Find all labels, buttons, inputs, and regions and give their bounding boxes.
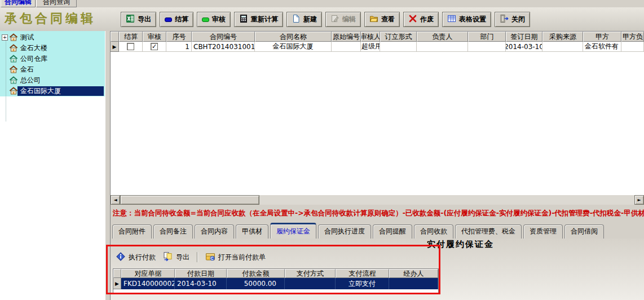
auditor-cell[interactable]: 超级用户 bbox=[361, 42, 380, 52]
contract-row[interactable]: ▶ ✓ 1 CBHT2014031001 金石国际大厦 超级用户 2014-03… bbox=[111, 42, 644, 52]
toolbar-separator bbox=[197, 252, 198, 262]
splitter[interactable] bbox=[105, 31, 111, 300]
row-selector-icon: ▶ bbox=[115, 281, 119, 286]
open-current-payment-button[interactable]: 打开当前付款单 bbox=[205, 252, 266, 263]
col-party-a-resp[interactable]: 甲方负 bbox=[621, 32, 644, 42]
tab-contract-remarks[interactable]: 合同备注 bbox=[153, 224, 193, 239]
edit-button[interactable]: 编辑 bbox=[325, 12, 361, 27]
col-pay-amount[interactable]: 付款金额 bbox=[227, 269, 285, 278]
tree-item-label: 金石 bbox=[20, 65, 34, 74]
pay-amount-cell[interactable]: 50000.00 bbox=[227, 278, 285, 289]
contracts-grid-header: 结算 审核 序号 合同编号 合同名称 原始编号 审核人 订立形式 负责人 部门 … bbox=[111, 32, 644, 42]
row-selector-cell[interactable]: ▶ bbox=[111, 42, 119, 52]
purchase-source-cell[interactable] bbox=[542, 42, 583, 52]
pay-flow-cell[interactable]: 立即支付 bbox=[336, 278, 389, 289]
audit-button[interactable]: 审核 bbox=[197, 12, 231, 27]
tab-contract-receipts[interactable]: 合同收款 bbox=[414, 224, 453, 239]
tab-party-a-materials[interactable]: 甲供材 bbox=[236, 224, 268, 239]
col-dept[interactable]: 部门 bbox=[468, 32, 506, 42]
scrollbar-thumb[interactable] bbox=[120, 195, 259, 205]
col-contract-name[interactable]: 合同名称 bbox=[255, 32, 332, 42]
tree-item-test[interactable]: + 测试 bbox=[0, 32, 105, 43]
tab-performance-bond-selected[interactable]: 履约保证金 bbox=[270, 223, 316, 239]
page-title: 承包合同编辑 bbox=[5, 10, 96, 27]
tab-qualification-mgmt[interactable]: 资质管理 bbox=[523, 224, 563, 239]
top-tab-bar: 合同编辑 合同查询 bbox=[0, 0, 644, 7]
col-party-a[interactable]: 甲方 bbox=[583, 32, 621, 42]
col-pay-method[interactable]: 支付方式 bbox=[285, 269, 336, 278]
sign-date-cell[interactable]: 2014-03-10 bbox=[506, 42, 542, 52]
scroll-right-icon: ► bbox=[637, 197, 641, 202]
view-button[interactable]: 查看 bbox=[364, 12, 400, 27]
close-button[interactable]: 关闭 bbox=[495, 12, 530, 27]
audit-checkbox-checked[interactable]: ✓ bbox=[151, 43, 158, 50]
col-owner[interactable]: 负责人 bbox=[417, 32, 468, 42]
original-no-cell[interactable] bbox=[332, 42, 361, 52]
warning-notice: 注意：当前合同待收金额=当前合同应收款（在全局设置中->承包合同待收款计算原则确… bbox=[113, 205, 644, 222]
scroll-left-button[interactable]: ◄ bbox=[111, 195, 120, 205]
owner-cell[interactable] bbox=[417, 42, 468, 52]
col-form[interactable]: 订立形式 bbox=[380, 32, 417, 42]
tree-item-company-warehouse[interactable]: 公司仓库 bbox=[0, 54, 105, 64]
form-cell[interactable] bbox=[380, 42, 417, 52]
voucher-cell[interactable]: FKD140000002 bbox=[121, 278, 175, 289]
tree-item-label: 测试 bbox=[20, 33, 34, 42]
red-x-icon bbox=[408, 14, 417, 25]
contract-name-cell[interactable]: 金石国际大厦 bbox=[255, 42, 332, 52]
tree-item-jinshi-international-selected[interactable]: 金石国际大厦 bbox=[0, 86, 105, 96]
settle-label: 结算 bbox=[175, 15, 188, 24]
tab-contract-edit[interactable]: 合同编辑 bbox=[1, 0, 36, 7]
header-band: 承包合同编辑 导出 结算 审核 重新计算 新建 bbox=[0, 7, 644, 31]
void-button[interactable]: 作废 bbox=[403, 12, 439, 27]
org-tree-panel: + 测试 金石大楼 公司仓库 金石 总公司 金石国际大厦 bbox=[0, 31, 105, 300]
col-voucher[interactable]: 对应单据 bbox=[121, 269, 175, 278]
new-label: 新建 bbox=[303, 15, 317, 24]
col-pay-flow[interactable]: 支付流程 bbox=[336, 269, 389, 278]
tab-contract-progress[interactable]: 合同执行进度 bbox=[318, 224, 371, 239]
col-audit[interactable]: 审核 bbox=[143, 32, 166, 42]
tab-contract-query[interactable]: 合同查询 bbox=[36, 0, 77, 7]
recalculate-button[interactable]: 重新计算 bbox=[234, 12, 283, 27]
tree-item-head-office[interactable]: 总公司 bbox=[0, 75, 105, 86]
tree-item-jinshi[interactable]: 金石 bbox=[0, 64, 105, 75]
col-pay-date[interactable]: 付款日期 bbox=[175, 269, 227, 278]
export-button[interactable]: 导出 bbox=[121, 12, 156, 27]
scroll-right-button[interactable]: ► bbox=[634, 195, 644, 205]
dept-cell[interactable] bbox=[468, 42, 506, 52]
col-settle[interactable]: 结算 bbox=[119, 32, 143, 42]
contracts-grid: 结算 审核 序号 合同编号 合同名称 原始编号 审核人 订立形式 负责人 部门 … bbox=[111, 31, 644, 195]
tree-item-jinshi-building[interactable]: 金石大楼 bbox=[0, 43, 105, 54]
tab-contract-attachments[interactable]: 合同附件 bbox=[112, 224, 152, 239]
pay-date-cell[interactable]: 2014-03-10 bbox=[175, 278, 227, 289]
pay-method-cell[interactable] bbox=[285, 278, 336, 289]
handler-cell[interactable] bbox=[389, 278, 438, 289]
tab-withheld-fees-tax[interactable]: 代扣管理费、税金 bbox=[455, 224, 522, 239]
new-button[interactable]: 新建 bbox=[286, 12, 322, 27]
party-a-resp-cell[interactable] bbox=[621, 42, 644, 52]
payment-row-selected[interactable]: ▶ FKD140000002 2014-03-10 50000.00 立即支付 bbox=[113, 278, 438, 289]
export-payments-button[interactable]: 导出 bbox=[163, 252, 189, 263]
execute-payment-button[interactable]: 执行付款 bbox=[116, 252, 156, 263]
selector-header-cell bbox=[113, 269, 121, 278]
col-contract-no[interactable]: 合同编号 bbox=[192, 32, 255, 42]
col-auditor[interactable]: 审核人 bbox=[361, 32, 380, 42]
row-selector-cell[interactable]: ▶ bbox=[113, 278, 121, 289]
contract-no-cell[interactable]: CBHT2014031001 bbox=[192, 42, 255, 52]
settle-checkbox-unchecked[interactable] bbox=[127, 43, 134, 50]
col-seq[interactable]: 序号 bbox=[166, 32, 192, 42]
col-original-no[interactable]: 原始编号 bbox=[332, 32, 361, 42]
expand-plus-icon[interactable]: + bbox=[2, 34, 8, 41]
col-handler[interactable]: 经办人 bbox=[389, 269, 438, 278]
tab-contract-reminder[interactable]: 合同提醒 bbox=[373, 224, 412, 239]
table-settings-button[interactable]: 表格设置 bbox=[442, 12, 491, 27]
new-document-icon bbox=[292, 14, 301, 25]
tab-contract-content[interactable]: 合同内容 bbox=[195, 224, 234, 239]
settle-button[interactable]: 结算 bbox=[160, 12, 193, 27]
party-a-cell[interactable]: 金石软件有 bbox=[583, 42, 621, 52]
seq-cell[interactable]: 1 bbox=[166, 42, 192, 52]
horizontal-scrollbar[interactable]: ◄ ► bbox=[111, 195, 644, 205]
col-sign-date[interactable]: 签订日期 bbox=[506, 32, 542, 42]
col-purchase-source[interactable]: 采购来源 bbox=[542, 32, 583, 42]
open-folder-icon bbox=[369, 14, 378, 25]
tab-contract-borrowing[interactable]: 合同借阅 bbox=[564, 224, 604, 239]
